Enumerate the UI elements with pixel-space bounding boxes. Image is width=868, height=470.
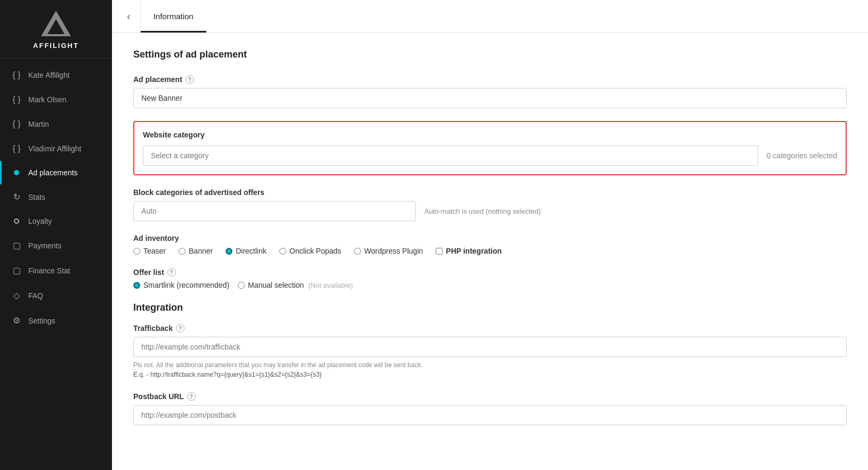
trafficback-help-icon[interactable]: ? [176,324,184,333]
curly-brace-icon: { } [11,70,22,80]
tab-information[interactable]: Information [141,0,206,33]
ad-placement-help-icon[interactable]: ? [186,75,194,84]
sidebar-item-label: Mark Olsen [28,95,67,104]
sidebar-item-label: Stats [28,193,45,201]
sidebar-item-label: Martin [28,120,49,128]
ad-inventory-group: Ad inventory Teaser Banner Directlink O [133,234,847,255]
ad-placement-label: Ad placement ? [133,75,847,84]
ad-placement-group: Ad placement ? [133,75,847,108]
back-button[interactable]: ‹ [117,0,141,33]
sidebar-item-finance-stat[interactable]: ▢ Finance Stat [0,258,112,283]
logo-area: AFFILIGHT [0,0,112,59]
square-icon: ▢ [11,265,22,275]
categories-count: 0 categories selected [767,151,837,160]
sidebar-item-settings[interactable]: ⚙ Settings [0,308,112,333]
trafficback-group: Trafficback ? Pls not. All the additiona… [133,324,847,379]
postback-url-group: Postback URL ? [133,392,847,425]
website-category-box: Website category 0 categories selected [133,121,847,175]
dot-icon [11,218,22,224]
sidebar-item-label: Loyalty [28,217,52,225]
radio-teaser-input[interactable] [133,248,140,255]
trafficback-note-line2: E.q. - http://trafficback.name?q={query}… [133,370,847,379]
postback-url-label: Postback URL ? [133,392,847,401]
sidebar-item-mark-olsen[interactable]: { } Mark Olsen [0,87,112,112]
curly-brace-icon: { } [11,144,22,153]
radio-banner-input[interactable] [179,248,186,255]
sidebar: AFFILIGHT { } Kate Affilight { } Mark Ol… [0,0,112,470]
trafficback-note: Pls not. All the additional parameters t… [133,360,847,379]
postback-url-help-icon[interactable]: ? [187,392,196,401]
curly-brace-icon: { } [11,95,22,104]
block-categories-input[interactable] [133,201,416,221]
diamond-icon: ◇ [11,290,22,301]
gear-icon: ⚙ [11,315,22,326]
sidebar-item-ad-placements[interactable]: Ad placements [0,161,112,184]
back-chevron-icon: ‹ [127,10,131,22]
sidebar-item-label: Vladimir Affilight [28,144,81,153]
radio-manual-selection-input[interactable] [238,282,245,289]
block-categories-group: Block categories of advertised offers Au… [133,188,847,221]
offer-list-group: Offer list ? Smartlink (recommended) Man… [133,268,847,289]
radio-teaser[interactable]: Teaser [133,247,166,255]
offer-radio-group: Smartlink (recommended) Manual selection… [133,281,847,289]
refresh-icon: ↻ [11,192,22,202]
trafficback-label: Trafficback ? [133,324,847,333]
radio-directlink[interactable]: Directlink [226,247,267,255]
trafficback-note-line1: Pls not. All the additional parameters t… [133,360,847,370]
radio-directlink-input[interactable] [226,248,232,255]
php-integration-checkbox[interactable] [436,248,443,255]
topbar: ‹ Information [112,0,868,33]
integration-title: Integration [133,302,847,313]
offer-list-label: Offer list ? [133,268,847,277]
curly-brace-icon: { } [11,119,22,129]
tab-label: Information [154,12,194,21]
radio-onclick-popads[interactable]: Onclick Popads [279,247,341,255]
ad-inventory-label: Ad inventory [133,234,847,242]
ad-placement-input[interactable] [133,88,847,108]
page-title: Settings of ad placement [133,49,847,60]
block-categories-label: Block categories of advertised offers [133,188,847,197]
sidebar-item-stats[interactable]: ↻ Stats [0,184,112,209]
radio-banner[interactable]: Banner [179,247,213,255]
sidebar-item-kate-affilight[interactable]: { } Kate Affilight [0,63,112,87]
sidebar-item-label: Finance Stat [28,266,70,275]
postback-url-input[interactable] [133,405,847,425]
sidebar-nav: { } Kate Affilight { } Mark Olsen { } Ma… [0,63,112,470]
sidebar-item-label: Settings [28,317,55,325]
sidebar-item-label: Ad placements [28,168,78,177]
category-row: 0 categories selected [143,145,837,166]
block-categories-row: Auto-match is used (nothing selected) [133,201,847,221]
radio-manual-selection[interactable]: Manual selection (Not available) [238,281,353,289]
radio-wordpress-plugin[interactable]: Wordpress Plugin [354,247,423,255]
sidebar-item-vladimir-affilight[interactable]: { } Vladimir Affilight [0,136,112,161]
sidebar-item-label: Payments [28,241,61,250]
auto-match-text: Auto-match is used (nothing selected) [424,207,541,215]
sidebar-item-faq[interactable]: ◇ FAQ [0,283,112,308]
square-icon: ▢ [11,240,22,250]
radio-wordpress-plugin-input[interactable] [354,248,361,255]
trafficback-input[interactable] [133,337,847,357]
sidebar-item-loyalty[interactable]: Loyalty [0,209,112,233]
offer-list-help-icon[interactable]: ? [167,268,176,277]
sidebar-item-label: Kate Affilight [28,71,70,79]
not-available-text: (Not available) [308,281,353,289]
checkbox-php-integration[interactable]: PHP integration [436,247,502,255]
radio-smartlink-input[interactable] [133,282,140,289]
sidebar-item-label: FAQ [28,291,43,300]
dot-filled-icon [11,170,22,175]
sidebar-item-payments[interactable]: ▢ Payments [0,233,112,258]
radio-onclick-popads-input[interactable] [279,248,286,255]
ad-inventory-radio-group: Teaser Banner Directlink Onclick Popads … [133,247,847,255]
category-select-input[interactable] [143,145,758,166]
radio-smartlink[interactable]: Smartlink (recommended) [133,281,229,289]
main-area: ‹ Information Settings of ad placement A… [112,0,868,470]
logo-text: AFFILIGHT [33,42,79,50]
sidebar-item-martin[interactable]: { } Martin [0,112,112,136]
content-area: Settings of ad placement Ad placement ? … [112,33,868,470]
website-category-label: Website category [143,131,837,139]
logo-icon [41,11,71,36]
